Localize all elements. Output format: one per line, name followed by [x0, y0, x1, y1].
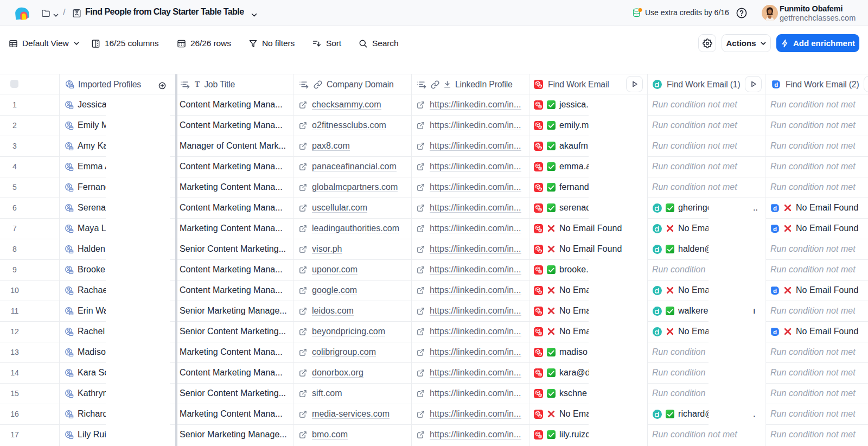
svg-text:d: d: [773, 225, 777, 232]
svg-text:d: d: [773, 205, 777, 211]
svg-text:d: d: [774, 81, 778, 88]
svg-text:d: d: [773, 287, 777, 294]
svg-text:d: d: [773, 328, 777, 335]
